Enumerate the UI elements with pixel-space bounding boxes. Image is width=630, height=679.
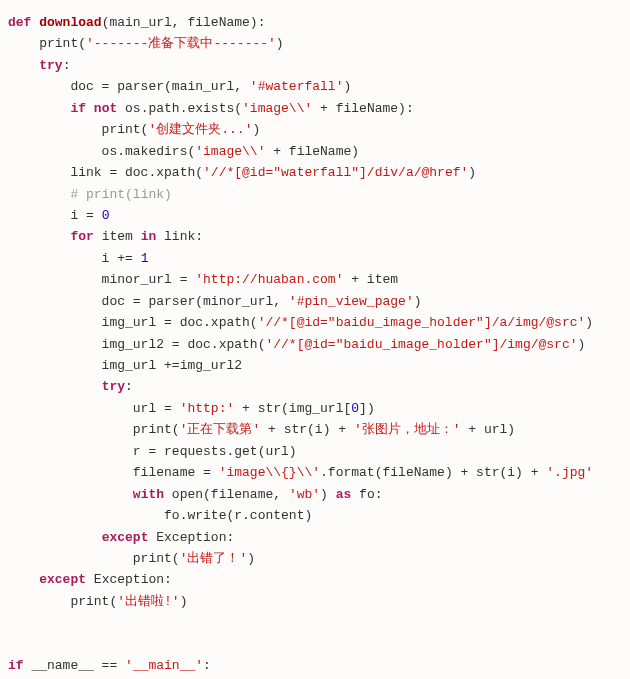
number: 0	[351, 401, 359, 416]
comment: # print(link)	[70, 187, 171, 202]
string: '//*[@id="baidu_image_holder"]/a/img/@sr…	[258, 315, 586, 330]
number: 1	[141, 251, 149, 266]
string: '#pin_view_page'	[289, 294, 414, 309]
line: with open(filename, 'wb') as fo:	[8, 487, 383, 502]
keyword-for: for	[70, 229, 93, 244]
line: if __name__ == '__main__':	[8, 658, 211, 673]
line: i += 1	[8, 251, 148, 266]
line: r = requests.get(url)	[8, 444, 297, 459]
keyword-with: with	[133, 487, 164, 502]
string: 'http://huaban.com'	[195, 272, 343, 287]
blank-line	[8, 615, 16, 630]
keyword-if: if	[8, 658, 24, 673]
line: filename = 'image\\{}\\'.format(fileName…	[8, 465, 593, 480]
string: '出错了！'	[180, 551, 248, 566]
string: 'wb'	[289, 487, 320, 502]
string: '.jpg'	[546, 465, 593, 480]
string: '//*[@id="waterfall"]/div/a/@href'	[203, 165, 468, 180]
string: 'image\\'	[242, 101, 312, 116]
line: print('-------准备下载中-------')	[8, 36, 284, 51]
string: '-------准备下载中-------'	[86, 36, 276, 51]
line: except Exception:	[8, 530, 234, 545]
keyword-in: in	[141, 229, 157, 244]
keyword-def: def	[8, 15, 31, 30]
string: '__main__'	[125, 658, 203, 673]
keyword-as: as	[336, 487, 352, 502]
string: 'image\\{}\\'	[219, 465, 320, 480]
string: '出错啦!'	[117, 594, 179, 609]
string: '张图片，地址：'	[354, 422, 461, 437]
code-block: def download(main_url, fileName): print(…	[8, 12, 622, 679]
line: def download(main_url, fileName):	[8, 15, 265, 30]
func-name: download	[39, 15, 101, 30]
line: img_url = doc.xpath('//*[@id="baidu_imag…	[8, 315, 593, 330]
line: print('正在下载第' + str(i) + '张图片，地址：' + url…	[8, 422, 515, 437]
line: link = doc.xpath('//*[@id="waterfall"]/d…	[8, 165, 476, 180]
line: doc = parser(main_url, '#waterfall')	[8, 79, 351, 94]
keyword-try: try	[39, 58, 62, 73]
line: fo.write(r.content)	[8, 508, 312, 523]
line: for item in link:	[8, 229, 203, 244]
string: 'http:'	[180, 401, 235, 416]
line: print('创建文件夹...')	[8, 122, 260, 137]
line: try:	[8, 379, 133, 394]
line: os.makedirs('image\\' + fileName)	[8, 144, 359, 159]
keyword-if-not: if not	[70, 101, 117, 116]
line: # print(link)	[8, 187, 172, 202]
line: print('出错了！')	[8, 551, 255, 566]
line: minor_url = 'http://huaban.com' + item	[8, 272, 398, 287]
line: url = 'http:' + str(img_url[0])	[8, 401, 375, 416]
line: img_url +=img_url2	[8, 358, 242, 373]
blank-line	[8, 637, 16, 652]
string: '创建文件夹...'	[148, 122, 252, 137]
line: print('出错啦!')	[8, 594, 187, 609]
line: i = 0	[8, 208, 109, 223]
keyword-except: except	[39, 572, 86, 587]
line: try:	[8, 58, 70, 73]
keyword-try: try	[102, 379, 125, 394]
line: if not os.path.exists('image\\' + fileNa…	[8, 101, 414, 116]
number: 0	[102, 208, 110, 223]
string: 'image\\'	[195, 144, 265, 159]
line: except Exception:	[8, 572, 172, 587]
line: doc = parser(minor_url, '#pin_view_page'…	[8, 294, 422, 309]
keyword-except: except	[102, 530, 149, 545]
line: img_url2 = doc.xpath('//*[@id="baidu_ima…	[8, 337, 585, 352]
string: '正在下载第'	[180, 422, 261, 437]
string: '#waterfall'	[250, 79, 344, 94]
string: '//*[@id="baidu_image_holder"]/img/@src'	[265, 337, 577, 352]
